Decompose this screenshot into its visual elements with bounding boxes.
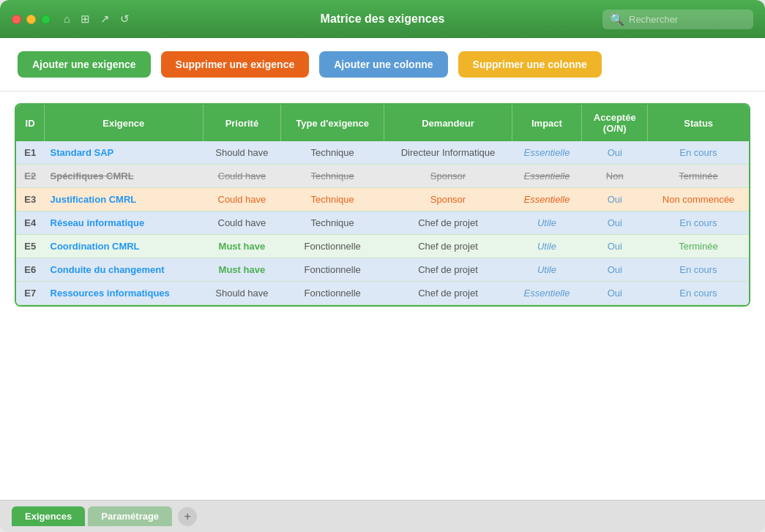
cell-demandeur: Chef de projet (384, 258, 512, 282)
cell-exigence: Ressources informatiques (45, 282, 204, 305)
cell-priorite: Must have (203, 258, 281, 282)
col-header-exigence: Exigence (45, 105, 204, 141)
search-box[interactable]: 🔍 (602, 10, 753, 29)
cell-acceptee: Oui (582, 141, 648, 165)
maximize-button[interactable] (41, 15, 51, 24)
search-icon: 🔍 (610, 12, 624, 26)
add-col-button[interactable]: Ajouter une colonne (319, 51, 447, 78)
bookmark-icon[interactable]: ⊞ (81, 12, 90, 26)
cell-demandeur: Directeur Informatique (384, 141, 512, 165)
refresh-icon[interactable]: ↺ (120, 12, 130, 26)
titlebar: ⌂ ⊞ ↗ ↺ Matrice des exigences 🔍 (0, 0, 765, 38)
cell-status: En cours (648, 211, 749, 235)
add-exigence-button[interactable]: Ajouter une exigence (18, 51, 151, 78)
cell-impact: Essentielle (512, 188, 581, 211)
cell-priorite: Could have (203, 188, 281, 211)
cell-type: Technique (281, 188, 384, 211)
tab-exigences[interactable]: Exigences (12, 506, 85, 526)
cell-demandeur: Chef de projet (384, 282, 512, 305)
cell-exigence: Conduite du changement (45, 258, 204, 282)
share-icon[interactable]: ↗ (100, 12, 110, 26)
search-input[interactable] (629, 14, 746, 25)
table-row[interactable]: E2 Spécifiques CMRL Could have Technique… (16, 165, 749, 188)
cell-acceptee: Oui (582, 235, 648, 258)
app-window: ⌂ ⊞ ↗ ↺ Matrice des exigences 🔍 Ajouter … (0, 0, 765, 532)
bottom-tab-bar: Exigences Paramétrage + (0, 500, 765, 532)
cell-type: Fonctionnelle (281, 235, 384, 258)
cell-status: En cours (648, 282, 749, 305)
table-row[interactable]: E6 Conduite du changement Must have Fonc… (16, 258, 749, 282)
traffic-lights (12, 15, 51, 24)
cell-id: E5 (16, 235, 45, 258)
cell-exigence: Justification CMRL (45, 188, 204, 211)
cell-priorite: Could have (203, 211, 281, 235)
col-header-priorite: Priorité (203, 105, 281, 141)
cell-demandeur: Chef de projet (384, 235, 512, 258)
cell-impact: Essentielle (512, 165, 581, 188)
requirements-table-wrapper: ID Exigence Priorité Type d'exigence Dem… (15, 103, 750, 307)
cell-priorite: Must have (203, 235, 281, 258)
cell-status: Terminée (648, 235, 749, 258)
add-tab-button[interactable]: + (178, 507, 197, 526)
col-header-acceptee: Acceptée(O/N) (582, 105, 648, 141)
nav-icons: ⌂ ⊞ ↗ ↺ (64, 12, 130, 26)
cell-acceptee: Oui (582, 258, 648, 282)
cell-id: E2 (16, 165, 45, 188)
cell-type: Fonctionnelle (281, 282, 384, 305)
table-row[interactable]: E3 Justification CMRL Could have Techniq… (16, 188, 749, 211)
cell-acceptee: Non (582, 165, 648, 188)
minimize-button[interactable] (26, 15, 36, 24)
cell-impact: Utile (512, 258, 581, 282)
cell-impact: Utile (512, 211, 581, 235)
cell-exigence: Spécifiques CMRL (45, 165, 204, 188)
del-col-button[interactable]: Supprimer une colonne (458, 51, 602, 78)
cell-impact: Essentielle (512, 282, 581, 305)
cell-demandeur: Sponsor (384, 188, 512, 211)
cell-exigence: Standard SAP (45, 141, 204, 165)
requirements-table: ID Exigence Priorité Type d'exigence Dem… (16, 105, 749, 305)
cell-priorite: Should have (203, 141, 281, 165)
home-icon[interactable]: ⌂ (64, 12, 70, 26)
table-row[interactable]: E5 Coordination CMRL Must have Fonctionn… (16, 235, 749, 258)
cell-type: Technique (281, 165, 384, 188)
table-header-row: ID Exigence Priorité Type d'exigence Dem… (16, 105, 749, 141)
cell-type: Fonctionnelle (281, 258, 384, 282)
cell-exigence: Coordination CMRL (45, 235, 204, 258)
cell-exigence: Réseau informatique (45, 211, 204, 235)
cell-demandeur: Chef de projet (384, 211, 512, 235)
cell-acceptee: Oui (582, 211, 648, 235)
cell-id: E1 (16, 141, 45, 165)
cell-id: E7 (16, 282, 45, 305)
table-row[interactable]: E7 Ressources informatiques Should have … (16, 282, 749, 305)
cell-id: E3 (16, 188, 45, 211)
toolbar: Ajouter une exigence Supprimer une exige… (0, 38, 765, 91)
col-header-demandeur: Demandeur (384, 105, 512, 141)
col-header-impact: Impact (512, 105, 581, 141)
cell-id: E4 (16, 211, 45, 235)
cell-acceptee: Oui (582, 282, 648, 305)
cell-status: En cours (648, 258, 749, 282)
cell-status: Terminée (648, 165, 749, 188)
cell-id: E6 (16, 258, 45, 282)
cell-impact: Essentielle (512, 141, 581, 165)
tab-parametrage[interactable]: Paramétrage (88, 506, 172, 526)
close-button[interactable] (12, 15, 21, 24)
col-header-type: Type d'exigence (281, 105, 384, 141)
cell-type: Technique (281, 141, 384, 165)
cell-impact: Utile (512, 235, 581, 258)
cell-status: En cours (648, 141, 749, 165)
main-content: ID Exigence Priorité Type d'exigence Dem… (0, 91, 765, 500)
col-header-status: Status (648, 105, 749, 141)
window-title: Matrice des exigences (321, 12, 445, 26)
cell-priorite: Should have (203, 282, 281, 305)
cell-status: Non commencée (648, 188, 749, 211)
cell-type: Technique (281, 211, 384, 235)
table-row[interactable]: E1 Standard SAP Should have Technique Di… (16, 141, 749, 165)
cell-demandeur: Sponsor (384, 165, 512, 188)
col-header-id: ID (16, 105, 45, 141)
cell-priorite: Could have (203, 165, 281, 188)
del-exigence-button[interactable]: Supprimer une exigence (161, 51, 310, 78)
cell-acceptee: Oui (582, 188, 648, 211)
table-row[interactable]: E4 Réseau informatique Could have Techni… (16, 211, 749, 235)
